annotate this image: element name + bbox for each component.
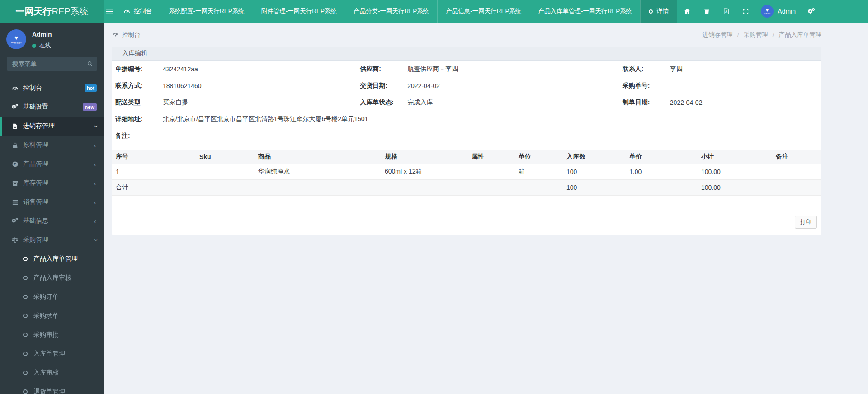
sidebar-item-stock-mgmt[interactable]: 库存管理 ‹ [0, 174, 104, 192]
tab-dashboard[interactable]: 控制台 [115, 0, 160, 23]
tab-label: 产品分类-一网天行REP系统 [354, 7, 429, 15]
sidebar-item-product-inbound-order-mgmt[interactable]: 产品入库单管理 [0, 249, 104, 268]
sidebar-item-inbound-order-mgmt[interactable]: 入库单管理 [0, 344, 104, 363]
field-value: 43242412aa [163, 66, 198, 73]
gears-icon [11, 217, 19, 225]
app-brand: 一网天行REP系统 [0, 0, 104, 23]
sidebar-item-product-inbound-audit[interactable]: 产品入库审核 [0, 268, 104, 287]
tab-product-inbound-mgmt[interactable]: 产品入库单管理-一网天行REP系统 [530, 0, 641, 23]
field-contact-phone: 联系方式: 18810621460 [112, 77, 357, 94]
tab-product-category[interactable]: 产品分类-一网天行REP系统 [345, 0, 437, 23]
hamburger-icon [106, 9, 113, 14]
field-label: 详细地址: [115, 115, 163, 123]
sidebar-item-basic-info[interactable]: 基础信息 ‹ [0, 211, 104, 230]
sidebar-item-inbound-audit[interactable]: 入库审核 [0, 363, 104, 382]
breadcrumb-item[interactable]: 进销存管理 [702, 31, 733, 39]
field-created-date: 制单日期: 2022-04-02 [619, 94, 821, 111]
tab-label: 系统配置-一网天行REP系统 [169, 7, 244, 15]
total-cell [255, 180, 381, 196]
field-label: 入库单状态: [360, 98, 407, 107]
sidebar-item-purchase-order[interactable]: 采购订单 [0, 287, 104, 306]
sidebar-item-basic-settings[interactable]: 基础设置 new [0, 98, 104, 117]
cell-unit: 箱 [515, 164, 563, 180]
field-purchase-order-no: 采购单号: [619, 77, 821, 94]
sidebar-item-purchase-entry[interactable]: 采购录单 [0, 306, 104, 325]
settings-button[interactable] [801, 0, 821, 23]
fullscreen-button[interactable] [736, 0, 755, 23]
field-value: 李四 [670, 65, 683, 73]
home-button[interactable] [677, 0, 697, 23]
cell-inbound-qty: 100 [563, 164, 626, 180]
tab-label: 产品信息-一网天行REP系统 [446, 7, 521, 15]
sidebar-item-return-order-mgmt[interactable]: 退货单管理 [0, 382, 104, 394]
trash-icon [703, 8, 710, 15]
menu-label: 基础设置 [23, 103, 48, 111]
field-label: 供应商: [360, 65, 407, 73]
menu-label: 入库单管理 [33, 350, 65, 358]
tab-detail-active[interactable]: 详情 [640, 0, 677, 23]
menu-label: 退货单管理 [33, 388, 65, 394]
field-label: 制单日期: [623, 98, 670, 107]
cell-seq: 1 [112, 164, 196, 180]
field-value: 瓶盖供应商－李四 [407, 65, 458, 73]
col-header-sku: Sku [196, 150, 255, 164]
chevron-left-icon: ‹ [94, 199, 96, 206]
tab-label: 详情 [656, 7, 669, 15]
search-input[interactable] [7, 57, 97, 71]
breadcrumb-item: 产品入库单管理 [768, 31, 821, 39]
document-a-icon: A [723, 8, 730, 15]
sidebar-item-product-mgmt[interactable]: P 产品管理 ‹ [0, 155, 104, 174]
breadcrumb-trail: 进销存管理 采购管理 产品入库单管理 [702, 31, 821, 39]
field-value: 完成入库 [407, 98, 433, 107]
breadcrumb[interactable]: 控制台 [112, 31, 141, 39]
home-icon [684, 8, 691, 15]
field-supplier: 供应商: 瓶盖供应商－李四 [357, 61, 619, 77]
table-total-row: 合计 100 100.00 [112, 180, 821, 196]
gears-icon [11, 103, 19, 111]
language-button[interactable]: A [717, 0, 736, 23]
total-cell [515, 180, 563, 196]
total-cell [626, 180, 698, 196]
sidebar-item-raw-material[interactable]: 原料管理 ‹ [0, 136, 104, 155]
sidebar-item-sales-mgmt[interactable]: 销售管理 ‹ [0, 192, 104, 211]
user-name-label: Admin [778, 8, 796, 15]
field-label: 备注: [115, 132, 163, 140]
tab-system-config[interactable]: 系统配置-一网天行REP系统 [160, 0, 252, 23]
inbound-edit-panel: 入库编辑 单据编号: 43242412aa 供应商: 瓶盖供应商－李四 联系人:… [112, 47, 821, 235]
hot-badge: hot [85, 84, 97, 92]
top-navbar: 一网天行REP系统 控制台 系统配置-一网天行REP系统 附件管理-一网天行RE… [0, 0, 868, 23]
expand-arrows-icon [742, 8, 749, 15]
menu-label: 采购录单 [33, 312, 59, 320]
gears-icon [807, 8, 815, 15]
dashboard-icon [123, 8, 130, 15]
field-document-no: 单据编号: 43242412aa [112, 61, 357, 77]
sidebar-item-inventory-mgmt[interactable]: 进销存管理 ‹ [0, 117, 104, 136]
content-header: 控制台 进销存管理 采购管理 产品入库单管理 [104, 23, 868, 47]
col-header-inbound-qty: 入库数 [563, 150, 626, 164]
menu-label: 产品管理 [23, 160, 48, 168]
breadcrumb-item[interactable]: 采购管理 [733, 31, 768, 39]
tab-product-info[interactable]: 产品信息-一网天行REP系统 [437, 0, 529, 23]
cell-unit-price: 1.00 [626, 164, 698, 180]
tab-attachment-mgmt[interactable]: 附件管理-一网天行REP系统 [253, 0, 345, 23]
search-icon [87, 61, 93, 67]
left-sidebar: ♥ 一网天行 Admin 在线 控制台 hot 基础设置 [0, 23, 104, 394]
panel-title: 入库编辑 [112, 47, 821, 61]
avatar: ♥ 一网天行 [761, 5, 774, 18]
sidebar-item-purchase-mgmt[interactable]: 采购管理 ‹ [0, 230, 104, 249]
cell-remark [772, 164, 821, 180]
clear-cache-button[interactable] [697, 0, 717, 23]
menu-label: 原料管理 [23, 141, 48, 149]
avatar: ♥ 一网天行 [6, 29, 26, 49]
sidebar-item-purchase-approval[interactable]: 采购审批 [0, 325, 104, 344]
print-button[interactable]: 打印 [795, 216, 817, 229]
sidebar-item-dashboard[interactable]: 控制台 hot [0, 79, 104, 98]
total-subtotal: 100.00 [698, 180, 772, 196]
sidebar-toggle-button[interactable] [104, 0, 115, 23]
circle-o-icon [21, 352, 29, 356]
user-menu[interactable]: ♥ 一网天行 Admin [755, 5, 801, 18]
field-label: 采购单号: [623, 82, 670, 90]
field-inbound-status: 入库单状态: 完成入库 [357, 94, 619, 111]
chevron-left-icon: ‹ [94, 142, 96, 149]
chevron-left-icon: ‹ [94, 161, 96, 168]
